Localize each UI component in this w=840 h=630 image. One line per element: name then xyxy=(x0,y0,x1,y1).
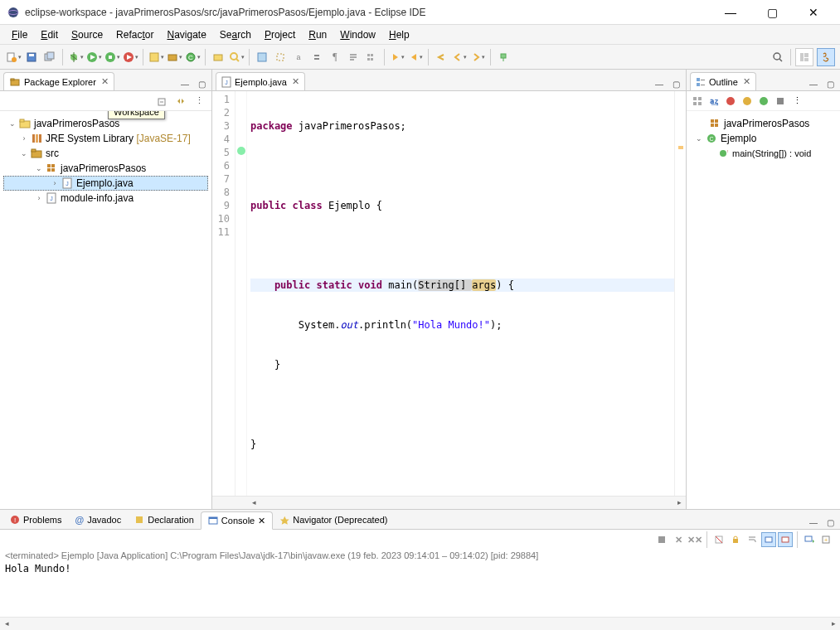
javadoc-tab[interactable]: @ Javadoc xyxy=(68,511,128,529)
menu-navigate[interactable]: Navigate xyxy=(160,27,212,43)
terminate-button[interactable] xyxy=(654,532,669,547)
back-button[interactable] xyxy=(451,49,468,65)
minimize-view-button[interactable]: — xyxy=(178,77,192,90)
code-editor[interactable]: 1 2 3 4 5 6 7 8 9 10 11 package javaPrim… xyxy=(212,91,686,496)
expand-arrow[interactable]: ⌄ xyxy=(33,164,45,172)
tree-package[interactable]: ⌄ javaPrimerosPasos xyxy=(3,161,208,176)
link-editor-button[interactable] xyxy=(173,94,188,109)
expand-arrow[interactable]: ⌄ xyxy=(693,134,705,143)
view-menu-button[interactable]: ⋮ xyxy=(789,94,804,109)
prev-annotation-button[interactable] xyxy=(407,49,424,65)
tree-file-module[interactable]: › J module-info.java xyxy=(3,191,208,206)
scroll-left-button[interactable]: ◂ xyxy=(247,497,260,508)
save-button[interactable] xyxy=(23,49,40,65)
forward-button[interactable] xyxy=(469,49,486,65)
new-java-class-button[interactable]: C xyxy=(184,49,201,65)
coverage-button[interactable] xyxy=(104,49,120,65)
outline-method[interactable]: s main(String[]) : void xyxy=(690,146,837,161)
remove-launch-button[interactable]: ✕ xyxy=(671,532,686,547)
remove-all-button[interactable]: ✕✕ xyxy=(687,532,702,547)
outline-class[interactable]: ⌄ C Ejemplo xyxy=(690,131,837,146)
toggle-whitespace-button[interactable]: a xyxy=(290,49,307,65)
menu-help[interactable]: Help xyxy=(382,27,416,43)
close-icon[interactable]: ✕ xyxy=(743,76,750,87)
expand-arrow[interactable]: › xyxy=(33,194,45,202)
close-icon[interactable]: ✕ xyxy=(292,76,299,87)
menu-window[interactable]: Window xyxy=(333,27,382,43)
package-explorer-tab[interactable]: Package Explorer ✕ xyxy=(3,72,114,90)
external-tools-button[interactable] xyxy=(122,49,138,65)
close-icon[interactable]: ✕ xyxy=(258,516,265,526)
overview-ruler[interactable] xyxy=(674,91,686,496)
hide-non-public-button[interactable] xyxy=(756,94,771,109)
close-icon[interactable]: ✕ xyxy=(101,76,109,87)
focus-button[interactable] xyxy=(690,94,705,109)
minimize-button[interactable]: — xyxy=(717,2,744,22)
hide-static-button[interactable] xyxy=(740,94,755,109)
paragraph-button[interactable]: ¶ xyxy=(327,49,343,65)
tree-file-ejemplo[interactable]: › J Ejemplo.java xyxy=(3,176,208,191)
new-java-package-button[interactable] xyxy=(166,49,182,65)
expand-arrow[interactable]: ⌄ xyxy=(18,149,30,158)
console-tab[interactable]: Console ✕ xyxy=(201,511,273,530)
hide-local-button[interactable] xyxy=(773,94,788,109)
console-output[interactable]: Hola Mundo! xyxy=(0,561,840,617)
expand-arrow[interactable]: › xyxy=(49,179,61,187)
editor-hscroll[interactable]: ◂ ▸ xyxy=(212,496,686,509)
menu-file[interactable]: File xyxy=(5,27,34,43)
maximize-view-button[interactable]: ▢ xyxy=(195,77,208,90)
tree-src[interactable]: ⌄ src xyxy=(3,146,208,161)
hide-fields-button[interactable] xyxy=(723,94,738,109)
scroll-right-button[interactable]: ▸ xyxy=(672,497,686,508)
show-selected-button[interactable] xyxy=(308,49,325,65)
menu-source[interactable]: Source xyxy=(65,27,109,43)
last-edit-button[interactable] xyxy=(433,49,449,65)
collapse-all-button[interactable] xyxy=(155,94,170,109)
menu-refactor[interactable]: Refactor xyxy=(109,27,160,43)
maximize-view-button[interactable]: ▢ xyxy=(823,77,837,90)
save-all-button[interactable] xyxy=(41,49,58,65)
close-button[interactable]: ✕ xyxy=(800,2,827,22)
open-type-button[interactable] xyxy=(210,49,226,65)
scroll-right-button[interactable]: ▸ xyxy=(827,618,840,629)
console-hscroll[interactable]: ◂ ▸ xyxy=(0,617,840,630)
java-perspective-button[interactable] xyxy=(817,48,835,66)
toggle-block-button[interactable] xyxy=(272,49,289,65)
maximize-view-button[interactable]: ▢ xyxy=(823,516,837,529)
outline-tree[interactable]: javaPrimerosPasos ⌄ C Ejemplo s main(Str… xyxy=(687,111,840,509)
outline-tab[interactable]: Outline ✕ xyxy=(690,72,756,90)
show-on-output-button[interactable] xyxy=(761,532,776,547)
run-button[interactable] xyxy=(85,49,102,65)
outline-package[interactable]: javaPrimerosPasos xyxy=(690,116,837,131)
menu-project[interactable]: Project xyxy=(258,27,302,43)
run-marker-icon[interactable] xyxy=(237,147,245,155)
problems-tab[interactable]: ! Problems xyxy=(3,511,68,529)
code-area[interactable]: package javaPrimerosPasos; public class … xyxy=(247,91,674,496)
word-wrap-button[interactable] xyxy=(745,532,760,547)
minimize-view-button[interactable]: — xyxy=(653,77,666,90)
quick-access-search-icon[interactable] xyxy=(770,49,786,65)
declaration-tab[interactable]: Declaration xyxy=(128,511,201,529)
scroll-lock-button[interactable] xyxy=(728,532,743,547)
open-console-button[interactable]: + xyxy=(818,532,833,547)
scroll-left-button[interactable]: ◂ xyxy=(0,618,13,629)
toggle-breadcrumb-button[interactable] xyxy=(363,49,380,65)
toggle-mark-button[interactable] xyxy=(254,49,270,65)
menu-run[interactable]: Run xyxy=(302,27,333,43)
sort-button[interactable]: a͢z xyxy=(706,94,721,109)
minimize-view-button[interactable]: — xyxy=(807,77,820,90)
tree-jre[interactable]: › JRE System Library [JavaSE-17] xyxy=(3,131,208,146)
clear-console-button[interactable] xyxy=(711,532,726,547)
maximize-view-button[interactable]: ▢ xyxy=(669,77,682,90)
new-java-project-button[interactable] xyxy=(148,49,164,65)
tree-project[interactable]: ⌄ javaPrimerosPasos xyxy=(3,116,208,131)
display-selected-console-button[interactable] xyxy=(802,532,817,547)
minimize-view-button[interactable]: — xyxy=(807,516,820,529)
open-perspective-button[interactable] xyxy=(795,48,813,66)
expand-arrow[interactable]: › xyxy=(18,134,30,143)
view-menu-button[interactable]: ⋮ xyxy=(192,94,206,109)
expand-arrow[interactable]: ⌄ xyxy=(7,119,18,128)
pin-editor-button[interactable] xyxy=(495,49,512,65)
menu-search[interactable]: Search xyxy=(213,27,258,43)
toggle-word-wrap-button[interactable] xyxy=(345,49,362,65)
